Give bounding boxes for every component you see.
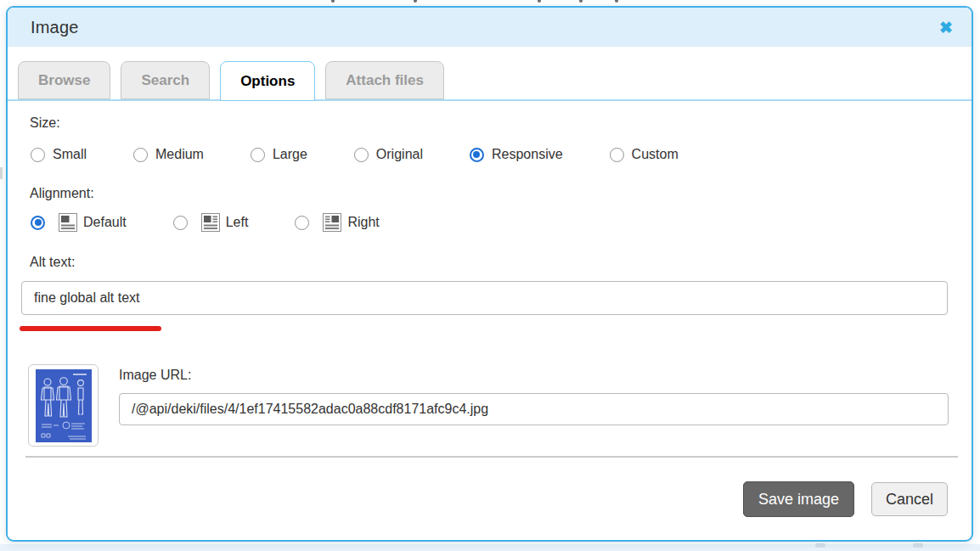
background-text-fragment xyxy=(615,0,618,3)
image-dialog: Image ✖ Browse Search Options Attach fil… xyxy=(6,6,973,542)
size-option-original[interactable]: Original xyxy=(354,147,423,162)
background-text-fragment xyxy=(579,0,583,3)
alignment-option-default[interactable]: Default xyxy=(31,213,127,232)
image-thumbnail xyxy=(28,364,99,447)
image-url-column: Image URL: xyxy=(119,364,972,447)
tab-search[interactable]: Search xyxy=(121,61,210,99)
radio-icon[interactable] xyxy=(31,148,45,162)
size-option-original-label: Original xyxy=(376,147,423,162)
size-option-custom-label: Custom xyxy=(632,147,679,162)
cancel-button[interactable]: Cancel xyxy=(871,482,948,516)
size-option-small[interactable]: Small xyxy=(31,147,87,162)
alignment-option-left-label: Left xyxy=(226,215,249,230)
background-page-strip xyxy=(0,544,980,551)
background-text-fragment xyxy=(913,543,923,548)
footer-buttons: Save image Cancel xyxy=(8,481,972,517)
footer-divider xyxy=(25,456,958,458)
radio-icon-selected[interactable] xyxy=(470,148,484,162)
size-option-medium[interactable]: Medium xyxy=(133,147,204,162)
alt-text-label: Alt text: xyxy=(30,254,972,270)
dialog-title: Image xyxy=(31,18,79,37)
image-url-input[interactable] xyxy=(119,393,949,425)
close-icon[interactable]: ✖ xyxy=(939,20,953,36)
tab-browse[interactable]: Browse xyxy=(18,61,110,99)
size-radio-group: Small Medium Large Original Responsive C… xyxy=(31,146,972,163)
alignment-option-right[interactable]: Right xyxy=(295,213,379,232)
size-option-small-label: Small xyxy=(53,147,87,162)
align-left-icon xyxy=(201,213,220,232)
tab-underline xyxy=(8,99,972,101)
tab-browse-label: Browse xyxy=(38,72,90,89)
red-annotation-underline xyxy=(20,326,161,331)
size-option-large-label: Large xyxy=(273,147,307,162)
radio-icon-selected[interactable] xyxy=(31,216,45,230)
background-text-fragment xyxy=(331,0,335,3)
image-url-row: Image URL: xyxy=(28,364,972,447)
size-option-large[interactable]: Large xyxy=(251,147,307,162)
size-label: Size: xyxy=(30,115,972,131)
radio-icon[interactable] xyxy=(251,148,265,162)
dialog-header: Image ✖ xyxy=(8,8,972,47)
size-option-medium-label: Medium xyxy=(155,147,204,162)
background-text-fragment xyxy=(414,0,417,3)
alignment-option-right-label: Right xyxy=(347,215,379,230)
tab-options-label: Options xyxy=(240,73,295,90)
radio-icon[interactable] xyxy=(173,216,188,230)
size-option-responsive[interactable]: Responsive xyxy=(470,147,563,162)
tab-attach-files[interactable]: Attach files xyxy=(325,61,444,99)
radio-icon[interactable] xyxy=(133,148,148,162)
alignment-option-default-label: Default xyxy=(83,215,127,230)
align-right-icon xyxy=(323,213,341,232)
alignment-label: Alignment: xyxy=(30,185,972,201)
alignment-option-left[interactable]: Left xyxy=(173,213,249,232)
size-option-responsive-label: Responsive xyxy=(492,147,563,162)
tab-attach-files-label: Attach files xyxy=(346,72,424,89)
radio-icon[interactable] xyxy=(295,216,309,230)
background-page-fragment xyxy=(0,167,3,179)
background-text-fragment xyxy=(815,543,825,548)
radio-icon[interactable] xyxy=(354,148,369,162)
save-image-button[interactable]: Save image xyxy=(743,481,854,517)
align-default-icon xyxy=(59,213,77,232)
image-url-label: Image URL: xyxy=(119,367,972,383)
size-option-custom[interactable]: Custom xyxy=(610,147,679,162)
alignment-radio-group: Default Left xyxy=(31,213,972,232)
background-text-fragment xyxy=(538,0,541,3)
radio-icon[interactable] xyxy=(610,148,624,162)
tab-options[interactable]: Options xyxy=(220,61,315,101)
tab-bar: Browse Search Options Attach files xyxy=(18,61,972,99)
alt-text-input[interactable] xyxy=(21,281,948,315)
tab-search-label: Search xyxy=(141,72,189,89)
blueprint-thumbnail-image xyxy=(36,369,92,442)
